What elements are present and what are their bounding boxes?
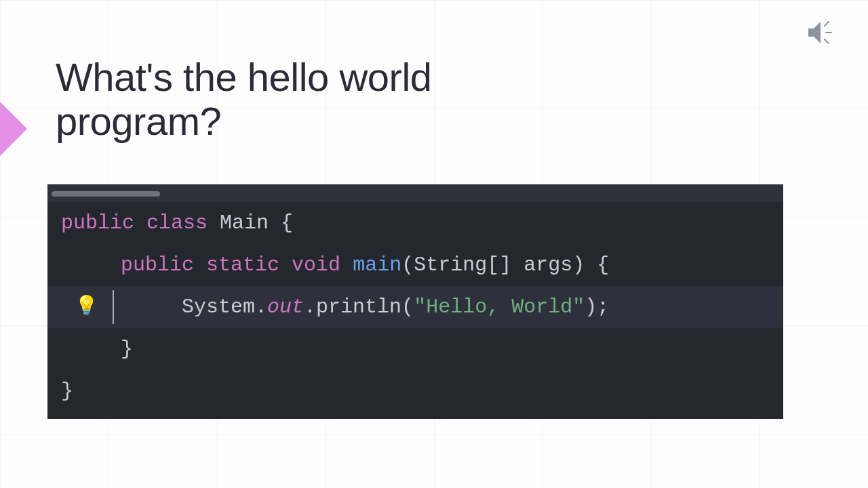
class-name: Main [220, 213, 269, 233]
code-line: public class Main { [47, 202, 783, 244]
keyword: public [121, 255, 194, 275]
string-literal: "Hello, World" [414, 297, 585, 317]
lightbulb-icon[interactable]: 💡 [75, 298, 98, 317]
code-line: } [47, 370, 783, 412]
type: String [414, 255, 487, 275]
code-line: public static void main(String[] args) { [47, 244, 783, 286]
method-call: println [316, 297, 401, 317]
scrollbar-thumb[interactable] [52, 191, 160, 197]
paren: ) [572, 255, 585, 275]
brace: { [281, 213, 293, 233]
code-line: } [47, 328, 783, 370]
keyword: static [206, 255, 279, 275]
svg-line-2 [825, 39, 829, 43]
brackets: [] [487, 255, 511, 275]
method-name: main [353, 255, 401, 275]
code-block: public class Main { public static void m… [47, 184, 783, 419]
param: args [524, 255, 572, 275]
code-line-active: 💡 System.out.println("Hello, World"); [47, 286, 783, 328]
brace: } [61, 381, 73, 401]
dot: . [304, 297, 316, 317]
slide-title: What's the hello world program? [56, 56, 435, 144]
dot: . [255, 297, 267, 317]
paren: ( [401, 297, 414, 317]
field: out [267, 297, 304, 317]
horizontal-scrollbar[interactable] [47, 184, 783, 202]
keyword: class [146, 213, 208, 233]
paren: ) [585, 297, 597, 317]
identifier: System [182, 297, 255, 317]
arrow-icon [0, 102, 27, 156]
code-body: public class Main { public static void m… [47, 202, 783, 419]
code-text: public class Main { public static void m… [47, 202, 783, 419]
semicolon: ; [597, 297, 609, 317]
brace: } [121, 339, 133, 359]
brace: { [597, 255, 609, 275]
speaker-icon [806, 19, 835, 46]
paren: ( [401, 255, 414, 275]
keyword: void [292, 255, 340, 275]
keyword: public [61, 213, 134, 233]
text-caret [113, 290, 114, 324]
svg-line-0 [825, 22, 829, 26]
